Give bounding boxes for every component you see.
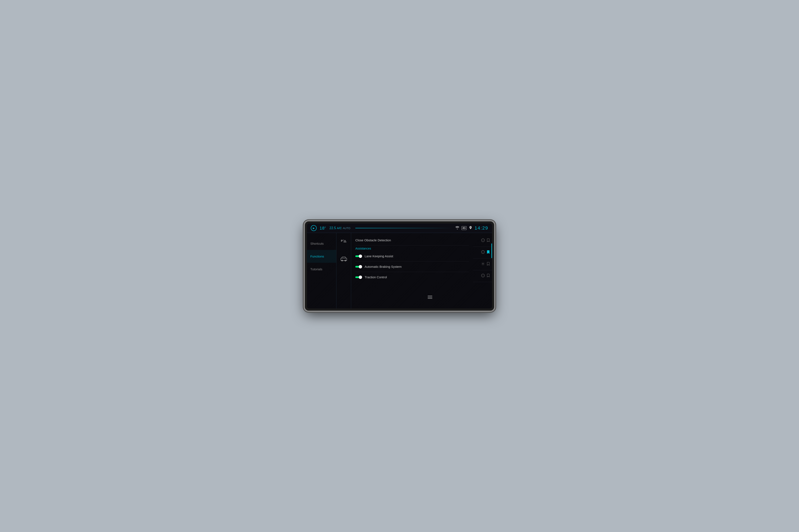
obstacle-bookmark-icon[interactable] <box>487 239 490 243</box>
parking-sensor-icon: P )) ! <box>341 239 347 244</box>
clock-display: 14:29 <box>475 225 488 231</box>
toggle-track-2 <box>355 266 361 268</box>
lane-keeping-row: Lane Keeping Assist <box>355 251 469 262</box>
current-temp: 18c <box>320 226 326 230</box>
sidebar-item-functions[interactable]: Functions <box>307 250 336 263</box>
svg-point-13 <box>483 263 484 264</box>
header-bar: ▶ 18c 22.5 A/C AUTO <box>307 224 492 233</box>
hamburger-menu-icon <box>428 296 432 299</box>
obstacle-detection-row: Close Obstacle Detection <box>355 235 469 246</box>
scroll-indicator <box>491 243 492 258</box>
toggle-thumb-2 <box>359 265 362 268</box>
obstacle-info-icon[interactable] <box>481 239 485 243</box>
header-left: ▶ 18c 22.5 A/C AUTO <box>311 225 455 231</box>
svg-text:)): )) <box>343 239 344 241</box>
temperature-display: 18c <box>320 226 326 231</box>
wifi-icon <box>455 226 459 230</box>
braking-label: Automatic Braking System <box>365 265 469 268</box>
braking-action-row <box>473 259 492 270</box>
temp-unit: c <box>325 226 326 228</box>
ac-label: A/C <box>337 226 342 230</box>
action-column <box>473 233 492 308</box>
ac-mode: AUTO <box>343 227 350 230</box>
braking-toggle[interactable] <box>355 266 361 268</box>
icon-column: P )) ! <box>337 233 351 308</box>
lane-bookmark-icon[interactable] <box>487 250 490 255</box>
play-icon[interactable]: ▶ <box>311 225 317 231</box>
toggle-thumb <box>359 254 362 258</box>
toggle-track-3 <box>355 277 361 278</box>
header-right: 4G 14:29 <box>455 225 488 231</box>
obstacle-icon-slot: P )) ! <box>337 236 351 247</box>
screen: ▶ 18c 22.5 A/C AUTO <box>307 224 492 308</box>
obstacle-detection-label: Close Obstacle Detection <box>355 239 469 242</box>
assistance-icon-slot <box>337 253 351 266</box>
braking-bookmark-icon[interactable] <box>487 262 490 267</box>
car-icon <box>340 256 348 263</box>
sidebar-item-shortcuts[interactable]: Shortcuts <box>307 237 336 250</box>
main-content: Shortcuts Functions Tutorials P <box>307 233 492 308</box>
ac-display: 22.5 A/C AUTO <box>329 226 350 230</box>
obstacle-action-row <box>473 235 492 247</box>
car-infotainment-frame: ▶ 18c 22.5 A/C AUTO <box>305 221 494 311</box>
lane-info-icon[interactable] <box>481 250 485 255</box>
temp-value: 18 <box>320 226 325 230</box>
sidebar-functions-label: Functions <box>310 254 324 258</box>
traction-control-row: Traction Control <box>355 272 469 282</box>
lane-keeping-label: Lane Keeping Assist <box>365 254 469 258</box>
sidebar-shortcuts-label: Shortcuts <box>310 242 324 245</box>
toggle-thumb-3 <box>359 276 362 279</box>
toggle-track <box>355 255 361 257</box>
menu-icon-slot <box>338 293 492 302</box>
svg-text:P: P <box>341 240 343 242</box>
lane-keeping-toggle[interactable] <box>355 255 361 257</box>
cellular-icon: 4G <box>461 226 467 230</box>
assistances-section-label: Assistances <box>355 246 469 251</box>
braking-system-row: Automatic Braking System <box>355 262 469 272</box>
sidebar: Shortcuts Functions Tutorials <box>307 233 337 308</box>
sidebar-tutorials-label: Tutorials <box>310 267 322 271</box>
location-icon <box>469 226 472 230</box>
traction-label: Traction Control <box>365 276 469 279</box>
traction-info-icon[interactable] <box>481 274 485 279</box>
traction-toggle[interactable] <box>355 277 361 278</box>
traction-action-row <box>473 270 492 282</box>
braking-settings-icon[interactable] <box>481 262 485 267</box>
header-divider <box>355 228 453 228</box>
traction-bookmark-icon[interactable] <box>487 274 490 279</box>
ac-temp: 22.5 <box>329 226 336 230</box>
lane-keeping-action-row <box>473 247 492 259</box>
sidebar-item-tutorials[interactable]: Tutorials <box>307 263 336 276</box>
